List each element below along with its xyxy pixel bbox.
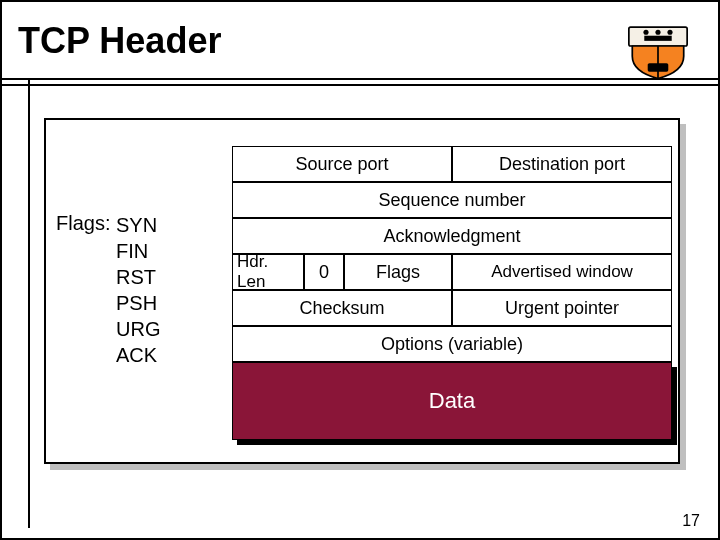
left-vertical-rule — [28, 78, 30, 528]
field-options: Options (variable) — [232, 326, 672, 362]
tcp-header-diagram: Source port Destination port Sequence nu… — [232, 146, 672, 362]
field-urgent-pointer: Urgent pointer — [452, 290, 672, 326]
svg-point-4 — [667, 30, 672, 35]
field-advertised-window: Advertised window — [452, 254, 672, 290]
flag-item: PSH — [116, 290, 160, 316]
slide: TCP Header Flags: SYN FIN RST PSH URG AC… — [0, 0, 720, 540]
field-sequence-number: Sequence number — [232, 182, 672, 218]
field-destination-port: Destination port — [452, 146, 672, 182]
svg-rect-5 — [644, 36, 671, 41]
svg-rect-1 — [648, 63, 669, 72]
flags-list: SYN FIN RST PSH URG ACK — [116, 212, 160, 368]
svg-point-2 — [643, 30, 648, 35]
field-acknowledgment: Acknowledgment — [232, 218, 672, 254]
title-underline — [2, 78, 718, 80]
svg-point-3 — [655, 30, 660, 35]
flag-item: URG — [116, 316, 160, 342]
page-number: 17 — [682, 512, 700, 530]
slide-title: TCP Header — [18, 20, 221, 62]
title-underline-secondary — [2, 84, 718, 86]
field-data: Data — [232, 362, 672, 440]
diagram-panel: Flags: SYN FIN RST PSH URG ACK Source po… — [44, 118, 680, 464]
flag-item: SYN — [116, 212, 160, 238]
flags-label: Flags: — [56, 212, 110, 235]
flag-item: ACK — [116, 342, 160, 368]
university-shield-icon — [622, 22, 694, 82]
field-reserved: 0 — [304, 254, 344, 290]
flag-item: RST — [116, 264, 160, 290]
field-header-length: Hdr. Len — [232, 254, 304, 290]
field-flags: Flags — [344, 254, 452, 290]
field-checksum: Checksum — [232, 290, 452, 326]
field-source-port: Source port — [232, 146, 452, 182]
flag-item: FIN — [116, 238, 160, 264]
